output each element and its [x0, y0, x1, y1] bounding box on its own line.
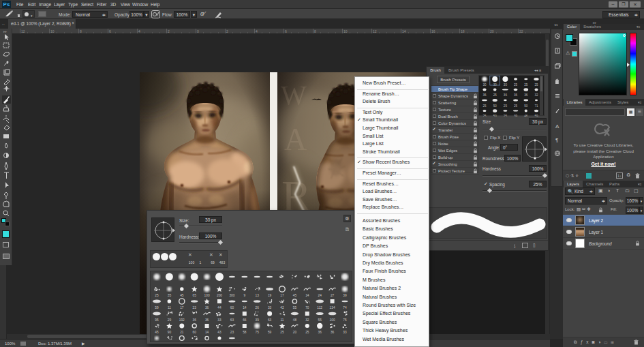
- svg-text:32: 32: [305, 318, 309, 322]
- svg-text:200: 200: [217, 294, 222, 297]
- svg-text:65: 65: [193, 294, 197, 297]
- svg-text:90: 90: [168, 331, 172, 334]
- svg-text:23: 23: [193, 306, 197, 310]
- svg-text:25: 25: [493, 93, 497, 97]
- svg-text:26: 26: [256, 306, 260, 310]
- svg-text:39: 39: [343, 294, 347, 297]
- svg-text:39: 39: [514, 115, 518, 117]
- svg-text:32: 32: [534, 93, 538, 97]
- svg-text:29: 29: [168, 318, 172, 322]
- svg-text:25: 25: [514, 83, 518, 87]
- svg-text:36: 36: [193, 318, 197, 322]
- svg-text:63: 63: [268, 318, 272, 322]
- svg-text:25: 25: [524, 83, 528, 87]
- svg-text:134: 134: [330, 306, 335, 310]
- svg-text:25: 25: [514, 104, 518, 108]
- svg-text:25: 25: [155, 294, 159, 297]
- svg-text:21: 21: [180, 331, 184, 334]
- svg-text:17: 17: [180, 306, 184, 310]
- svg-text:25: 25: [482, 115, 487, 117]
- svg-text:A: A: [555, 123, 559, 130]
- svg-text:75: 75: [256, 331, 260, 334]
- svg-text:45: 45: [155, 331, 159, 334]
- svg-text:36: 36: [504, 93, 508, 97]
- svg-text:33: 33: [268, 306, 272, 310]
- svg-text:60: 60: [230, 306, 234, 310]
- svg-text:36: 36: [482, 93, 487, 97]
- svg-text:70: 70: [305, 306, 309, 310]
- svg-text:36: 36: [205, 306, 209, 310]
- svg-text:59: 59: [155, 306, 159, 310]
- svg-text:50: 50: [524, 104, 528, 108]
- svg-text:48: 48: [293, 318, 297, 322]
- svg-text:60: 60: [193, 331, 197, 334]
- svg-text:¶: ¶: [555, 137, 558, 143]
- svg-text:100: 100: [330, 318, 335, 322]
- svg-text:25: 25: [504, 115, 508, 117]
- svg-text:17: 17: [280, 294, 284, 297]
- svg-text:36: 36: [524, 93, 528, 97]
- svg-text:45: 45: [293, 294, 297, 297]
- svg-text:58: 58: [243, 331, 247, 334]
- svg-text:36: 36: [205, 318, 209, 322]
- svg-text:44: 44: [217, 306, 221, 310]
- svg-text:43: 43: [217, 331, 221, 334]
- svg-text:30: 30: [493, 83, 497, 87]
- svg-text:9: 9: [243, 294, 245, 297]
- svg-text:50: 50: [493, 115, 497, 117]
- svg-text:25: 25: [305, 331, 309, 334]
- svg-text:25: 25: [280, 331, 284, 334]
- svg-text:14: 14: [243, 306, 247, 310]
- svg-text:112: 112: [317, 306, 322, 310]
- svg-text:23: 23: [230, 331, 234, 334]
- svg-text:300: 300: [229, 294, 234, 297]
- svg-text:20: 20: [293, 331, 297, 334]
- svg-text:100: 100: [204, 294, 210, 297]
- svg-text:14: 14: [205, 331, 209, 334]
- svg-text:25: 25: [482, 104, 487, 108]
- svg-text:36: 36: [331, 331, 335, 334]
- svg-text:75: 75: [343, 318, 347, 322]
- svg-text:14: 14: [305, 294, 309, 297]
- svg-text:33: 33: [343, 331, 347, 334]
- svg-text:74: 74: [343, 306, 347, 310]
- svg-text:19: 19: [268, 294, 272, 297]
- svg-text:24: 24: [318, 294, 322, 297]
- svg-text:63: 63: [230, 318, 234, 322]
- svg-text:95: 95: [155, 318, 159, 322]
- svg-text:30: 30: [504, 83, 508, 87]
- svg-text:59: 59: [534, 115, 538, 117]
- svg-text:25: 25: [534, 83, 538, 87]
- svg-text:13: 13: [256, 294, 260, 297]
- svg-text:66: 66: [243, 318, 247, 322]
- svg-text:39: 39: [256, 318, 260, 322]
- svg-text:25: 25: [504, 104, 508, 108]
- svg-text:42: 42: [280, 306, 284, 310]
- svg-text:55: 55: [293, 306, 297, 310]
- svg-text:59: 59: [268, 331, 272, 334]
- svg-text:11: 11: [281, 318, 284, 322]
- svg-text:35: 35: [168, 294, 172, 297]
- svg-text:36: 36: [514, 93, 518, 97]
- svg-text:55: 55: [318, 318, 322, 322]
- svg-text:30: 30: [482, 83, 487, 87]
- svg-text:11: 11: [168, 306, 171, 310]
- svg-text:45: 45: [180, 294, 184, 297]
- svg-text:50: 50: [493, 104, 497, 108]
- svg-text:36: 36: [318, 331, 322, 334]
- svg-text:46: 46: [524, 115, 528, 117]
- svg-text:27: 27: [331, 294, 335, 297]
- svg-text:33: 33: [217, 318, 221, 322]
- svg-text:71: 71: [534, 104, 538, 108]
- svg-text:192: 192: [179, 318, 185, 322]
